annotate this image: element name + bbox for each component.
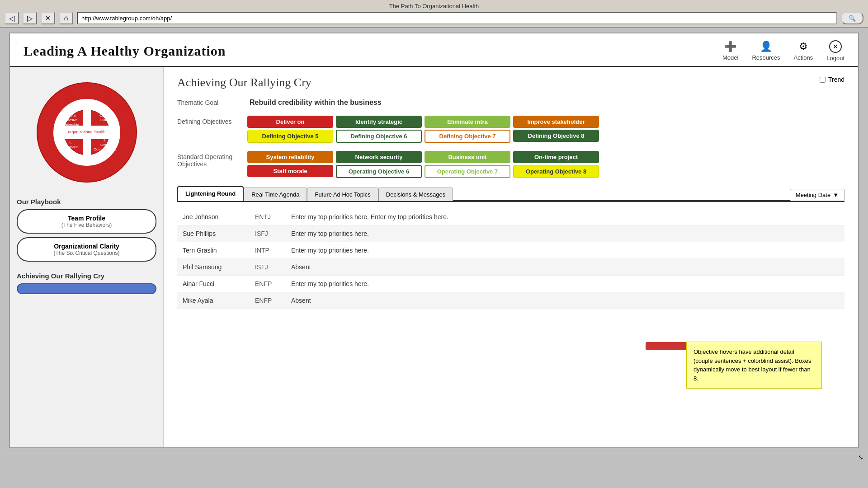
nav-actions[interactable]: ⚙ Actions [794,41,813,61]
trend-checkbox[interactable]: Trend [820,76,844,83]
actions-icon: ⚙ [799,41,808,52]
tabs-container: Lightening Round Real Time Agenda Future… [177,186,844,202]
resources-icon: 👤 [760,41,772,52]
app-title: Leading A Healthy Organization [24,43,226,59]
org-clarity-btn[interactable]: Organizational Clarity (The Six Critical… [17,237,156,262]
nav-resources[interactable]: 👤 Resources [752,41,780,61]
defining-obj-4-top[interactable]: Improve stakeholder [513,116,599,128]
defining-obj-3-top[interactable]: Eliminate intra [425,116,510,128]
svg-text:Clarity: Clarity [65,150,75,154]
team-profile-btn[interactable]: Team Profile (The Five Behaviors) [17,209,156,234]
participant-note[interactable]: Enter my top priorities here. [286,242,844,259]
standard-obj-4-top[interactable]: On-time project [513,151,599,163]
close-button[interactable]: ✕ [41,12,55,24]
table-row: Terri Graslin INTP Enter my top prioriti… [177,242,844,259]
actions-label: Actions [794,54,813,61]
section-header: Achieving Our Rallying Cry Trend [177,76,844,89]
circle-diagram: organizational health 1. Build a Cohesiv… [17,76,156,189]
rallying-section: Achieving Our Rallying Cry [17,272,156,294]
tactical-meeting-btn[interactable] [17,283,156,294]
defining-obj-2: Identify strategic Defining Objective 6 [336,116,422,143]
nav-model[interactable]: ➕ Model [722,41,738,61]
participant-name: Ainar Fucci [177,276,250,292]
defining-objectives-row: Defining Objectives Deliver on Defining … [177,116,844,143]
participant-note[interactable]: Enter my top priorities here. [286,276,844,292]
participant-note[interactable]: Enter my top priorities here. Enter my t… [286,209,844,225]
tab-lightening-round[interactable]: Lightening Round [177,186,244,201]
tab-future-adhoc[interactable]: Future Ad Hoc Topics [307,188,378,201]
defining-obj-2-bottom[interactable]: Defining Objective 6 [336,130,422,143]
svg-text:3.: 3. [103,138,106,142]
app-header: Leading A Healthy Organization ➕ Model 👤… [10,33,858,67]
svg-text:Build a: Build a [64,113,75,117]
svg-text:2.: 2. [103,109,106,113]
participants-table: Joe Johnson ENTJ Enter my top priorities… [177,209,844,309]
model-icon: ➕ [724,41,736,52]
right-panel: Achieving Our Rallying Cry Trend Themati… [164,67,858,318]
participant-note[interactable]: Enter my top priorities here. [286,225,844,242]
defining-obj-1-top[interactable]: Deliver on [247,116,333,128]
tooltip-text: Objective hovers have additional detail … [693,348,811,382]
svg-text:Create: Create [99,113,110,117]
table-row: Phil Samsung ISTJ Absent [177,259,844,276]
standard-obj-3-bottom[interactable]: Operating Objective 7 [425,165,510,178]
trend-input[interactable] [820,77,826,83]
standard-obj-1-top[interactable]: System reliability [247,151,333,163]
back-button[interactable]: ◁ [5,12,19,24]
svg-text:Leadership: Leadership [61,122,79,127]
standard-obj-1: System reliability Staff morale [247,151,333,178]
rallying-title: Achieving Our Rallying Cry [17,272,156,280]
table-row: Mike Ayala ENFP Absent [177,292,844,309]
tabs-bar: Lightening Round Real Time Agenda Future… [177,186,844,202]
playbook-title: Our Playbook [17,198,156,206]
standard-obj-2-top[interactable]: Network security [336,151,422,163]
search-button[interactable]: 🔍 [841,12,863,24]
home-button[interactable]: ⌂ [59,12,73,24]
tooltip-box: Objective hovers have additional detail … [686,342,822,389]
tab-real-time-agenda[interactable]: Real Time Agenda [244,188,307,201]
org-clarity-label: Organizational Clarity [24,243,149,250]
defining-obj-2-top[interactable]: Identify strategic [336,116,422,128]
thematic-goal-row: Thematic Goal Rebuild credibility within… [177,99,844,107]
svg-text:4.: 4. [68,141,71,145]
defining-obj-4-bottom[interactable]: Defining Objective 8 [513,130,599,142]
standard-objectives-row: Standard Operating Objectives System rel… [177,151,844,178]
table-row: Ainar Fucci ENFP Enter my top priorities… [177,276,844,292]
defining-obj-3-bottom[interactable]: Defining Objective 7 [425,130,510,143]
address-bar[interactable] [77,12,837,24]
participant-name: Phil Samsung [177,259,250,276]
thematic-goal-value: Rebuild credibility within the business [250,99,382,107]
team-profile-label: Team Profile [24,215,149,222]
standard-obj-4-bottom[interactable]: Operating Objective 8 [513,165,599,178]
standard-obj-1-bottom[interactable]: Staff morale [247,165,333,177]
table-row: Sue Phillips ISFJ Enter my top prioritie… [177,225,844,242]
svg-text:1.: 1. [68,109,71,113]
participant-type: ENFP [250,292,286,309]
standard-objectives-grid: System reliability Staff morale Network … [247,151,844,178]
team-profile-sub: (The Five Behaviors) [24,222,149,228]
participants-tbody: Joe Johnson ENTJ Enter my top priorities… [177,209,844,309]
meeting-date-button[interactable]: Meeting Date ▼ [790,189,844,201]
org-clarity-sub: (The Six Critical Questions) [24,250,149,256]
defining-obj-1-bottom[interactable]: Defining Objective 5 [247,130,333,143]
svg-text:Team: Team [66,127,75,131]
participant-name: Sue Phillips [177,225,250,242]
svg-text:Over-: Over- [100,143,109,147]
forward-button[interactable]: ▷ [23,12,37,24]
browser-toolbar: ◁ ▷ ✕ ⌂ 🔍 [5,12,863,24]
svg-text:Communicate: Communicate [94,147,116,151]
nav-logout[interactable]: ✕ Logout [826,40,844,61]
svg-text:Clarity: Clarity [99,152,110,156]
resize-handle[interactable]: ⤡ [858,454,863,461]
participant-note: Absent [286,259,844,276]
participant-type: INTP [250,242,286,259]
model-label: Model [722,54,738,61]
standard-obj-2: Network security Operating Objective 6 [336,151,422,178]
participant-note: Absent [286,292,844,309]
standard-obj-3-top[interactable]: Business unit [425,151,510,163]
standard-obj-2-bottom[interactable]: Operating Objective 6 [336,165,422,178]
defining-obj-3: Eliminate intra Defining Objective 7 [425,116,510,143]
participant-type: ENFP [250,276,286,292]
tab-decisions-messages[interactable]: Decisions & Messages [378,188,453,201]
header-nav: ➕ Model 👤 Resources ⚙ Actions ✕ Logout [722,40,844,61]
